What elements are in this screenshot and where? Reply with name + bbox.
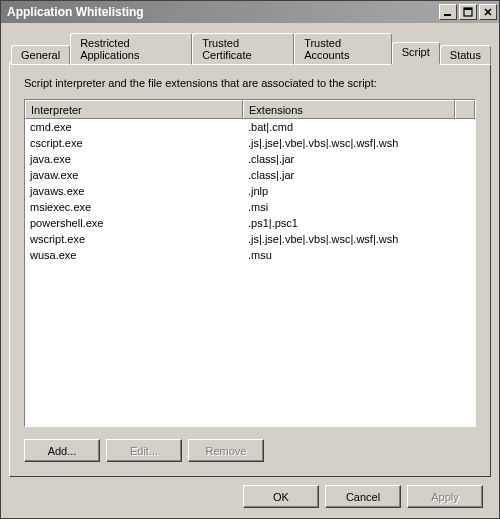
tab-label: Status [450, 49, 481, 61]
remove-button[interactable]: Remove [188, 439, 264, 462]
minimize-icon [443, 7, 453, 17]
button-label: Add... [48, 445, 77, 457]
table-row[interactable]: wscript.exe.js|.jse|.vbe|.vbs|.wsc|.wsf|… [25, 231, 475, 247]
table-row[interactable]: javaws.exe.jnlp [25, 183, 475, 199]
cell-extensions: .js|.jse|.vbe|.vbs|.wsc|.wsf|.wsh [243, 233, 475, 245]
edit-button[interactable]: Edit... [106, 439, 182, 462]
tab-label: Restricted Applications [80, 37, 139, 61]
tab-label: Trusted Certificate [202, 37, 252, 61]
dialog-footer: OK Cancel Apply [9, 485, 491, 508]
cell-interpreter: msiexec.exe [25, 201, 243, 213]
cell-extensions: .bat|.cmd [243, 121, 475, 133]
cell-interpreter: cscript.exe [25, 137, 243, 149]
apply-button[interactable]: Apply [407, 485, 483, 508]
cell-interpreter: powershell.exe [25, 217, 243, 229]
ok-button[interactable]: OK [243, 485, 319, 508]
titlebar: Application Whitelisting [1, 1, 499, 23]
cell-interpreter: cmd.exe [25, 121, 243, 133]
button-label: Apply [431, 491, 459, 503]
cell-interpreter: javaw.exe [25, 169, 243, 181]
table-row[interactable]: msiexec.exe.msi [25, 199, 475, 215]
close-button[interactable] [479, 4, 497, 20]
cell-interpreter: java.exe [25, 153, 243, 165]
tab-status[interactable]: Status [440, 45, 491, 65]
column-header-spacer [455, 100, 475, 119]
svg-rect-0 [444, 14, 451, 16]
cell-extensions: .msi [243, 201, 475, 213]
button-label: Remove [206, 445, 247, 457]
table-row[interactable]: javaw.exe.class|.jar [25, 167, 475, 183]
app-window: Application Whitelisting General Restric… [0, 0, 500, 519]
button-label: Edit... [130, 445, 158, 457]
cell-interpreter: wscript.exe [25, 233, 243, 245]
tab-label: Script [402, 46, 430, 58]
tab-label: General [21, 49, 60, 61]
panel-description: Script interpreter and the file extensio… [24, 77, 476, 89]
panel-button-row: Add... Edit... Remove [24, 439, 476, 462]
cell-extensions: .jnlp [243, 185, 475, 197]
listview-body[interactable]: cmd.exe.bat|.cmdcscript.exe.js|.jse|.vbe… [25, 119, 475, 426]
button-label: OK [273, 491, 289, 503]
table-row[interactable]: java.exe.class|.jar [25, 151, 475, 167]
tab-script[interactable]: Script [392, 42, 440, 64]
table-row[interactable]: cmd.exe.bat|.cmd [25, 119, 475, 135]
dialog-body: General Restricted Applications Trusted … [1, 23, 499, 518]
cell-extensions: .msu [243, 249, 475, 261]
tab-trusted-accounts[interactable]: Trusted Accounts [294, 33, 392, 65]
tab-strip: General Restricted Applications Trusted … [9, 31, 491, 63]
column-header-extensions[interactable]: Extensions [243, 100, 455, 119]
cell-extensions: .ps1|.psc1 [243, 217, 475, 229]
tab-general[interactable]: General [11, 45, 70, 65]
tab-label: Trusted Accounts [304, 37, 349, 61]
cell-interpreter: javaws.exe [25, 185, 243, 197]
table-row[interactable]: wusa.exe.msu [25, 247, 475, 263]
minimize-button[interactable] [439, 4, 457, 20]
tab-restricted-applications[interactable]: Restricted Applications [70, 33, 192, 65]
titlebar-controls [437, 4, 497, 20]
svg-rect-2 [464, 8, 472, 10]
maximize-button[interactable] [459, 4, 477, 20]
tab-trusted-certificate[interactable]: Trusted Certificate [192, 33, 294, 65]
button-label: Cancel [346, 491, 380, 503]
script-listview[interactable]: Interpreter Extensions cmd.exe.bat|.cmdc… [24, 99, 476, 427]
cell-extensions: .class|.jar [243, 153, 475, 165]
column-header-label: Interpreter [31, 104, 82, 116]
window-title: Application Whitelisting [7, 5, 437, 19]
column-header-interpreter[interactable]: Interpreter [25, 100, 243, 119]
table-row[interactable]: cscript.exe.js|.jse|.vbe|.vbs|.wsc|.wsf|… [25, 135, 475, 151]
cell-extensions: .class|.jar [243, 169, 475, 181]
maximize-icon [463, 7, 473, 17]
close-icon [483, 7, 493, 17]
cell-interpreter: wusa.exe [25, 249, 243, 261]
cell-extensions: .js|.jse|.vbe|.vbs|.wsc|.wsf|.wsh [243, 137, 475, 149]
cancel-button[interactable]: Cancel [325, 485, 401, 508]
table-row[interactable]: powershell.exe.ps1|.psc1 [25, 215, 475, 231]
add-button[interactable]: Add... [24, 439, 100, 462]
column-header-label: Extensions [249, 104, 303, 116]
tab-panel-script: Script interpreter and the file extensio… [9, 62, 491, 477]
listview-header: Interpreter Extensions [25, 100, 475, 119]
